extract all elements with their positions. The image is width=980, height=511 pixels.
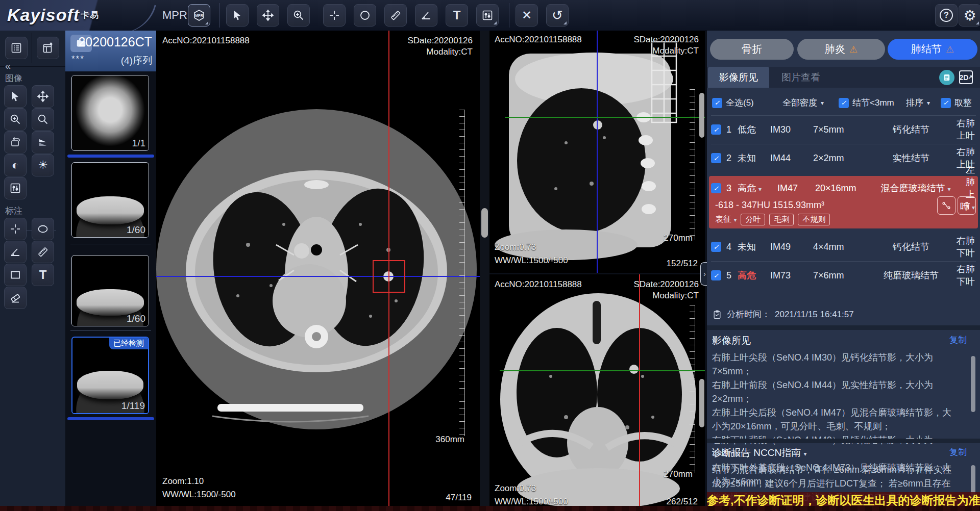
findings-copy-link[interactable]: 复制 (949, 334, 967, 346)
zoom-tool-button[interactable] (287, 4, 310, 27)
rail-magnify-button[interactable] (32, 108, 54, 131)
nodule-row-5[interactable]: ✓ 5 高危 IM73 7×6mm 纯磨玻璃结节 右肺下叶 (707, 264, 980, 287)
brand-logo: Kayisoft卡易 (7, 5, 99, 25)
nodule-roi-box[interactable] (373, 260, 405, 293)
row-divider (711, 115, 976, 116)
findings-scrollbar-thumb[interactable] (971, 356, 975, 412)
density-dropdown[interactable]: 全部密度▾ (782, 97, 824, 109)
reset-tool-button[interactable]: ↺ (546, 4, 569, 27)
sagittal-wwwl: WW/WL:1500/-500 (495, 256, 568, 266)
thumbnail-scout[interactable]: 1/1 (71, 75, 149, 151)
nodule-row-3-selected[interactable]: ✓ 3 高危 ▾ IM47 20×16mm 混合磨玻璃结节 ▾ 左肺上叶 ▾ -… (709, 176, 978, 228)
layout-close-button[interactable] (37, 37, 59, 59)
sagittal-crosshair-horizontal[interactable] (505, 117, 705, 118)
coronal-scrollbar[interactable] (699, 274, 705, 511)
feature-chip[interactable]: 不规则 (798, 214, 830, 225)
ruler-tool-button[interactable] (384, 4, 407, 27)
coronal-viewport[interactable]: AccNO:202101158888 SDate:20200126 Modali… (489, 274, 705, 511)
rail-crosshair-button[interactable] (4, 218, 27, 240)
rail-ruler-button[interactable] (32, 241, 54, 263)
report-bubble-button[interactable] (939, 70, 954, 85)
trash-icon (962, 200, 972, 211)
rail-window-level-button[interactable] (4, 177, 27, 199)
thumbnail-series-4-selected[interactable]: 已经检测 1/119 (71, 337, 149, 414)
close-tool-button[interactable]: ✕ (516, 4, 538, 27)
series-header[interactable]: 20200126CT *** (4)序列 (65, 31, 156, 71)
coronal-scrollbar-thumb[interactable] (699, 379, 704, 427)
mode-label: 骨折 (742, 42, 762, 56)
type-dropdown[interactable]: 混合磨玻璃结节 ▾ (872, 182, 959, 194)
rail-zoom-in-button[interactable] (4, 108, 27, 131)
pointer-icon (9, 90, 21, 103)
axial-wwwl: WW/WL:1500/-500 (162, 490, 236, 500)
rail-text-button[interactable]: T (32, 264, 54, 286)
coronal-crosshair-vertical[interactable] (639, 274, 640, 511)
nodule-row-2[interactable]: ✓ 2 未知 IM44 2×2mm 实性结节 右肺上叶 (707, 147, 980, 169)
row-checkbox[interactable]: ✓ (711, 153, 721, 163)
risk-dropdown[interactable]: 高危 ▾ (738, 182, 777, 194)
sagittal-scrollbar-thumb[interactable] (699, 93, 704, 138)
mode-fracture-button[interactable]: 骨折 (710, 39, 794, 60)
rail-brightness-button[interactable]: ☀ (32, 154, 54, 176)
axial-accno: AccNO:202101158888 (162, 36, 250, 46)
tab-findings[interactable]: 影像所见 (708, 67, 769, 88)
rail-angle-button[interactable] (4, 241, 27, 263)
row-checkbox[interactable]: ✓ (711, 270, 721, 280)
feature-dropdown[interactable]: 表征 ▾ (715, 214, 737, 225)
round-checkbox[interactable]: ✓ 取整 (941, 97, 972, 109)
select-all-checkbox[interactable]: ✓ 全选(5) (712, 97, 754, 109)
sagittal-viewport[interactable]: AccNO:202101158888 SDate:20200126 Modali… (489, 31, 705, 273)
series-list-button[interactable] (5, 37, 28, 59)
angle-tool-button[interactable] (415, 4, 437, 27)
sagittal-crosshair-vertical[interactable] (597, 31, 598, 273)
coronal-sdate: SDate:20200126 (633, 279, 699, 290)
text-tool-button[interactable]: T (446, 4, 468, 27)
pointer-tool-button[interactable] (226, 4, 249, 27)
rail-pointer-button[interactable] (4, 85, 27, 108)
contour-tool-button[interactable] (937, 196, 955, 215)
mode-nodule-button[interactable]: 肺结节 ⚠ (888, 39, 977, 60)
lt3mm-checkbox[interactable]: ✓ 结节<3mm (839, 97, 894, 109)
window-level-button[interactable] (476, 4, 499, 27)
rail-pan-button[interactable] (32, 85, 54, 108)
coronal-crosshair-horizontal[interactable] (500, 370, 705, 371)
axial-scrollbar-thumb[interactable] (481, 208, 488, 238)
feature-chip[interactable]: 毛刺 (769, 214, 794, 225)
ellipse-tool-button[interactable] (354, 4, 376, 27)
row-checkbox[interactable]: ✓ (711, 242, 721, 252)
collapse-rail-chevron[interactable]: « (5, 60, 11, 72)
sort-dropdown[interactable]: 排序▾ (906, 97, 930, 109)
ellipse-icon (37, 223, 49, 235)
tab-image-view[interactable]: 图片查看 (771, 67, 830, 88)
mpr-hexagon-icon: MPR (193, 9, 205, 21)
nodule-row-4[interactable]: ✓ 4 未知 IM49 4×4mm 钙化结节 右肺下叶 (707, 236, 980, 258)
report-copy-link[interactable]: 复制 (949, 446, 967, 458)
pan-tool-button[interactable] (257, 4, 279, 27)
rail-flip-button[interactable] (32, 131, 54, 154)
thumbnail-series-2[interactable]: 1/60 (71, 162, 149, 238)
coronal-zoom: Zoom:0.73 (495, 483, 536, 494)
feature-chip[interactable]: 分叶 (741, 214, 765, 225)
axial-crosshair-horizontal[interactable] (156, 276, 480, 277)
sagittal-scrollbar[interactable] (699, 31, 705, 273)
help-button[interactable]: ? (935, 4, 958, 27)
delete-nodule-button[interactable] (958, 196, 976, 215)
report-title[interactable]: 诊断报告 NCCN指南 ▾ (712, 446, 806, 459)
rail-ellipse-button[interactable] (32, 218, 54, 240)
rail-rectangle-button[interactable] (4, 264, 27, 286)
rail-eraser-button[interactable] (4, 287, 27, 309)
mpr-mode-button[interactable]: MPR (188, 4, 210, 27)
axial-scrollbar[interactable] (480, 31, 489, 511)
rail-invert-button[interactable]: ◐ (4, 154, 27, 176)
axial-viewport[interactable]: AccNO:202101158888 SDate:20200126 Modali… (156, 31, 480, 511)
row-checkbox[interactable]: ✓ (711, 183, 721, 193)
sagittal-modality: Modality:CT (652, 46, 699, 56)
mode-pneumonia-button[interactable]: 肺炎 ⚠ (797, 39, 885, 60)
nodule-row-1[interactable]: ✓ 1 低危 IM30 7×5mm 钙化结节 右肺上叶 (707, 118, 980, 141)
2d-view-button[interactable]: 2D↗ (959, 70, 973, 84)
row-checkbox[interactable]: ✓ (711, 124, 721, 135)
crosshair-tool-button[interactable] (323, 4, 346, 27)
thumbnail-series-3[interactable]: 1/60 (71, 255, 149, 326)
settings-button[interactable]: ⚙ (959, 4, 980, 27)
rail-rotate-button[interactable] (4, 131, 27, 154)
